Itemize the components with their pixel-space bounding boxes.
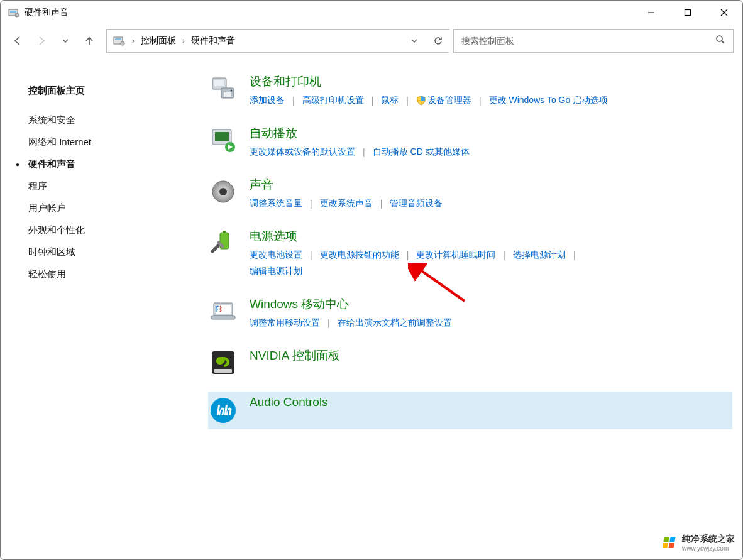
- breadcrumb-current[interactable]: 硬件和声音: [191, 35, 235, 47]
- watermark-logo-icon: [663, 535, 678, 551]
- svg-point-9: [121, 41, 124, 45]
- titlebar: 硬件和声音: [1, 1, 742, 25]
- link-adjust-volume[interactable]: 调整系统音量: [250, 197, 302, 211]
- svg-point-2: [15, 13, 19, 17]
- svg-rect-13: [214, 80, 224, 86]
- svg-point-10: [717, 36, 722, 41]
- category-title[interactable]: Windows 移动中心: [250, 296, 729, 312]
- refresh-button[interactable]: [431, 34, 445, 48]
- category-sound: 声音 调整系统音量| 更改系统声音| 管理音频设备: [208, 173, 732, 214]
- sidebar-item-clock-region[interactable]: 时钟和区域: [28, 241, 177, 263]
- svg-rect-4: [685, 10, 691, 16]
- watermark: 纯净系统之家 www.ycwjzy.com: [663, 534, 735, 552]
- breadcrumb-root[interactable]: 控制面板: [141, 35, 176, 47]
- category-title[interactable]: Audio Controls: [250, 395, 729, 409]
- link-manage-audio[interactable]: 管理音频设备: [390, 197, 443, 211]
- category-power-options: 电源选项 更改电池设置| 更改电源按钮的功能| 更改计算机睡眠时间| 选择电源计…: [208, 224, 732, 282]
- content-pane: 设备和打印机 添加设备| 高级打印机设置| 鼠标| 🛡 设备管理器设备管理器| …: [189, 57, 742, 560]
- control-panel-icon: [8, 7, 19, 18]
- nvidia-icon: [208, 348, 238, 378]
- sidebar-item-home[interactable]: 控制面板主页: [28, 80, 177, 102]
- link-sleep-time[interactable]: 更改计算机睡眠时间: [416, 248, 495, 262]
- breadcrumb-root-icon: [113, 35, 126, 47]
- sound-icon: [208, 177, 238, 207]
- category-audio-controls[interactable]: Audio Controls: [208, 392, 732, 429]
- link-edit-plan[interactable]: 编辑电源计划: [250, 265, 302, 278]
- sidebar-item-system-security[interactable]: 系统和安全: [28, 109, 177, 131]
- svg-point-21: [219, 188, 227, 195]
- sidebar-item-ease-of-access[interactable]: 轻松使用: [28, 263, 177, 285]
- category-title[interactable]: 设备和打印机: [250, 74, 729, 90]
- svg-rect-34: [668, 543, 674, 548]
- watermark-url: www.ycwjzy.com: [682, 545, 735, 552]
- mobility-center-icon: [208, 296, 238, 326]
- category-title[interactable]: 自动播放: [250, 125, 729, 141]
- link-mouse[interactable]: 鼠标: [381, 94, 399, 107]
- forward-button[interactable]: [33, 33, 50, 49]
- svg-rect-18: [215, 132, 229, 141]
- chevron-right-icon[interactable]: ›: [181, 36, 186, 45]
- nav-row: › 控制面板 › 硬件和声音: [1, 25, 742, 57]
- search-icon[interactable]: [715, 35, 725, 47]
- recent-dropdown-button[interactable]: [57, 33, 74, 49]
- svg-rect-8: [115, 38, 121, 40]
- link-autoplay-cd[interactable]: 自动播放 CD 或其他媒体: [373, 145, 470, 159]
- svg-line-11: [722, 41, 724, 43]
- svg-rect-16: [224, 92, 231, 97]
- svg-rect-28: [214, 369, 232, 373]
- power-icon: [208, 228, 238, 258]
- link-choose-plan[interactable]: 选择电源计划: [513, 248, 566, 262]
- sidebar-item-programs[interactable]: 程序: [28, 175, 177, 197]
- up-button[interactable]: [81, 33, 97, 49]
- link-power-button[interactable]: 更改电源按钮的功能: [320, 248, 399, 262]
- minimize-button[interactable]: [633, 1, 669, 25]
- sidebar: 控制面板主页 系统和安全 网络和 Internet 硬件和声音 程序 用户帐户 …: [1, 57, 189, 560]
- svg-rect-26: [211, 316, 235, 319]
- search-bar[interactable]: [453, 29, 734, 53]
- link-adjust-mobile[interactable]: 调整常用移动设置: [250, 316, 320, 330]
- svg-rect-32: [669, 537, 675, 542]
- sidebar-item-network-internet[interactable]: 网络和 Internet: [28, 131, 177, 153]
- svg-rect-33: [663, 543, 668, 548]
- category-title[interactable]: 声音: [250, 177, 729, 193]
- link-change-sounds[interactable]: 更改系统声音: [320, 197, 373, 211]
- devices-printers-icon: [208, 74, 238, 104]
- sidebar-item-hardware-sound[interactable]: 硬件和声音: [28, 153, 177, 175]
- hp-icon: [208, 395, 238, 425]
- link-advanced-printer[interactable]: 高级打印机设置: [302, 94, 364, 107]
- link-add-device[interactable]: 添加设备: [250, 94, 285, 107]
- link-battery-settings[interactable]: 更改电池设置: [250, 248, 302, 262]
- sidebar-item-user-accounts[interactable]: 用户帐户: [28, 197, 177, 219]
- link-device-manager[interactable]: 🛡 设备管理器设备管理器: [416, 94, 471, 107]
- link-presentation-settings[interactable]: 在给出演示文档之前调整设置: [338, 316, 452, 330]
- category-autoplay: 自动播放 更改媒体或设备的默认设置| 自动播放 CD 或其他媒体: [208, 121, 732, 163]
- watermark-text: 纯净系统之家: [682, 534, 735, 544]
- close-button[interactable]: [706, 1, 742, 25]
- back-button[interactable]: [9, 33, 26, 49]
- sidebar-item-appearance[interactable]: 外观和个性化: [28, 219, 177, 241]
- search-input[interactable]: [461, 36, 715, 46]
- category-title[interactable]: NVIDIA 控制面板: [250, 348, 729, 364]
- svg-rect-23: [223, 231, 226, 233]
- svg-point-15: [231, 90, 233, 92]
- window-title: 硬件和声音: [25, 7, 69, 18]
- maximize-button[interactable]: [669, 1, 706, 25]
- category-title[interactable]: 电源选项: [250, 228, 729, 244]
- shield-icon: [416, 96, 426, 106]
- chevron-right-icon[interactable]: ›: [131, 36, 136, 45]
- category-mobility-center: Windows 移动中心 调整常用移动设置| 在给出演示文档之前调整设置: [208, 292, 732, 334]
- category-devices-printers: 设备和打印机 添加设备| 高级打印机设置| 鼠标| 🛡 设备管理器设备管理器| …: [208, 70, 732, 111]
- body-area: 控制面板主页 系统和安全 网络和 Internet 硬件和声音 程序 用户帐户 …: [1, 57, 742, 560]
- address-bar[interactable]: › 控制面板 › 硬件和声音: [106, 29, 449, 53]
- autoplay-icon: [208, 125, 238, 155]
- link-change-media-defaults[interactable]: 更改媒体或设备的默认设置: [250, 145, 355, 159]
- svg-rect-31: [663, 537, 669, 542]
- category-nvidia[interactable]: NVIDIA 控制面板: [208, 344, 732, 382]
- link-windows-to-go[interactable]: 更改 Windows To Go 启动选项: [489, 94, 608, 107]
- window-controls: [633, 1, 742, 25]
- svg-rect-1: [10, 11, 16, 13]
- address-dropdown-button[interactable]: [407, 34, 421, 48]
